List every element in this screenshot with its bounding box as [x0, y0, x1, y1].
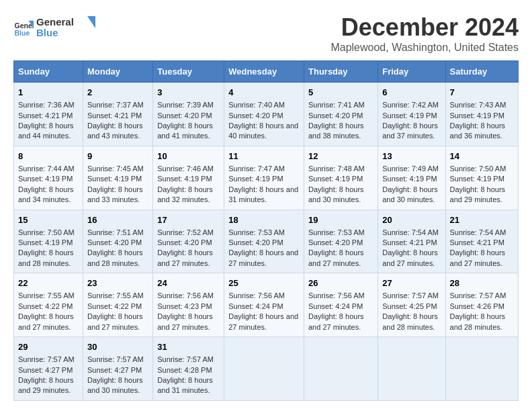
sunrise-text: Sunrise: 7:36 AM	[18, 101, 75, 109]
daylight-text: Daylight: 8 hours and 27 minutes.	[308, 312, 364, 330]
day-number: 31	[157, 341, 220, 353]
calendar-cell-5-6	[378, 337, 445, 401]
sunrise-text: Sunrise: 7:43 AM	[450, 101, 506, 109]
page-subtitle: Maplewood, Washington, United States	[330, 42, 519, 54]
calendar-cell-5-4	[224, 337, 304, 401]
day-number: 10	[157, 150, 220, 163]
sunset-text: Sunset: 4:20 PM	[228, 111, 283, 120]
sunrise-text: Sunrise: 7:41 AM	[308, 101, 365, 109]
calendar-cell-2-2: 9Sunrise: 7:45 AMSunset: 4:19 PMDaylight…	[83, 146, 152, 210]
calendar-cell-3-4: 18Sunrise: 7:53 AMSunset: 4:20 PMDayligh…	[224, 210, 304, 273]
day-number: 27	[382, 277, 441, 289]
calendar-cell-3-7: 21Sunrise: 7:54 AMSunset: 4:21 PMDayligh…	[445, 210, 518, 273]
sunset-text: Sunset: 4:24 PM	[308, 302, 363, 310]
daylight-text: Daylight: 8 hours and 31 minutes.	[157, 376, 213, 394]
calendar-cell-4-7: 28Sunrise: 7:57 AMSunset: 4:26 PMDayligh…	[445, 273, 518, 337]
calendar-cell-5-7	[445, 337, 518, 401]
sunrise-text: Sunrise: 7:37 AM	[87, 101, 144, 109]
daylight-text: Daylight: 8 hours and 30 minutes.	[382, 185, 438, 203]
daylight-text: Daylight: 8 hours and 27 minutes.	[18, 312, 74, 330]
sunset-text: Sunset: 4:19 PM	[308, 175, 363, 183]
daylight-text: Daylight: 8 hours and 41 minutes.	[157, 122, 213, 140]
day-number: 20	[382, 214, 441, 226]
sunrise-text: Sunrise: 7:56 AM	[157, 291, 214, 300]
calendar-cell-3-6: 20Sunrise: 7:54 AMSunset: 4:21 PMDayligh…	[378, 210, 445, 273]
day-number: 23	[87, 277, 148, 289]
sunrise-text: Sunrise: 7:40 AM	[228, 101, 285, 109]
sunrise-text: Sunrise: 7:50 AM	[18, 228, 75, 236]
title-section: December 2024 Maplewood, Washington, Uni…	[330, 13, 519, 54]
sunset-text: Sunset: 4:19 PM	[87, 175, 142, 183]
day-number: 29	[18, 341, 79, 353]
sunset-text: Sunset: 4:19 PM	[228, 175, 283, 183]
calendar-cell-3-1: 15Sunrise: 7:50 AMSunset: 4:19 PMDayligh…	[14, 210, 83, 273]
sunset-text: Sunset: 4:26 PM	[450, 302, 504, 310]
calendar-table: SundayMondayTuesdayWednesdayThursdayFrid…	[13, 60, 519, 401]
svg-text:Blue: Blue	[36, 27, 58, 38]
daylight-text: Daylight: 8 hours and 37 minutes.	[382, 122, 438, 140]
day-number: 26	[308, 277, 373, 289]
calendar-cell-5-1: 29Sunrise: 7:57 AMSunset: 4:27 PMDayligh…	[14, 337, 83, 401]
day-number: 11	[228, 150, 300, 163]
calendar-cell-2-4: 11Sunrise: 7:47 AMSunset: 4:19 PMDayligh…	[224, 146, 304, 210]
daylight-text: Daylight: 8 hours and 28 minutes.	[450, 312, 506, 330]
calendar-cell-3-2: 16Sunrise: 7:51 AMSunset: 4:20 PMDayligh…	[83, 210, 152, 273]
calendar-cell-3-3: 17Sunrise: 7:52 AMSunset: 4:20 PMDayligh…	[153, 210, 224, 273]
day-number: 6	[382, 87, 441, 99]
daylight-text: Daylight: 8 hours and 30 minutes.	[87, 376, 143, 394]
day-number: 22	[18, 277, 79, 289]
day-number: 17	[157, 214, 220, 226]
sunset-text: Sunset: 4:24 PM	[228, 302, 283, 310]
day-number: 3	[157, 87, 220, 99]
sunset-text: Sunset: 4:19 PM	[18, 238, 73, 246]
day-number: 16	[87, 214, 148, 226]
calendar-cell-1-6: 6Sunrise: 7:42 AMSunset: 4:19 PMDaylight…	[378, 83, 445, 146]
week-row-1: 1Sunrise: 7:36 AMSunset: 4:21 PMDaylight…	[14, 83, 519, 146]
sunset-text: Sunset: 4:19 PM	[382, 111, 437, 120]
day-number: 14	[450, 150, 514, 163]
daylight-text: Daylight: 8 hours and 31 minutes.	[228, 185, 298, 203]
sunset-text: Sunset: 4:22 PM	[87, 302, 142, 310]
sunset-text: Sunset: 4:21 PM	[450, 238, 504, 246]
sunset-text: Sunset: 4:27 PM	[18, 366, 73, 374]
daylight-text: Daylight: 8 hours and 27 minutes.	[382, 248, 438, 267]
daylight-text: Daylight: 8 hours and 33 minutes.	[87, 185, 143, 203]
day-number: 5	[308, 87, 373, 99]
daylight-text: Daylight: 8 hours and 27 minutes.	[450, 248, 506, 267]
daylight-text: Daylight: 8 hours and 28 minutes.	[18, 248, 74, 267]
calendar-cell-2-5: 12Sunrise: 7:48 AMSunset: 4:19 PMDayligh…	[304, 146, 378, 210]
svg-marker-5	[87, 16, 95, 28]
sunrise-text: Sunrise: 7:57 AM	[450, 291, 506, 300]
sunrise-text: Sunrise: 7:51 AM	[87, 228, 144, 236]
daylight-text: Daylight: 8 hours and 27 minutes.	[228, 312, 298, 330]
sunrise-text: Sunrise: 7:57 AM	[382, 291, 439, 300]
logo-icon: General Blue	[13, 18, 34, 38]
day-number: 24	[157, 277, 220, 289]
sunrise-text: Sunrise: 7:57 AM	[157, 355, 214, 363]
day-number: 9	[87, 150, 148, 163]
daylight-text: Daylight: 8 hours and 40 minutes.	[228, 122, 298, 140]
day-number: 21	[450, 214, 514, 226]
day-number: 19	[308, 214, 373, 226]
daylight-text: Daylight: 8 hours and 27 minutes.	[157, 312, 213, 330]
daylight-text: Daylight: 8 hours and 32 minutes.	[157, 185, 213, 203]
sunset-text: Sunset: 4:21 PM	[18, 111, 73, 120]
header-sunday: Sunday	[14, 61, 83, 83]
daylight-text: Daylight: 8 hours and 34 minutes.	[18, 185, 74, 203]
day-number: 7	[450, 87, 514, 99]
day-number: 2	[87, 87, 148, 99]
sunrise-text: Sunrise: 7:56 AM	[308, 291, 365, 300]
sunset-text: Sunset: 4:21 PM	[382, 238, 437, 246]
sunrise-text: Sunrise: 7:48 AM	[308, 165, 365, 173]
daylight-text: Daylight: 8 hours and 29 minutes.	[450, 185, 506, 203]
week-row-3: 15Sunrise: 7:50 AMSunset: 4:19 PMDayligh…	[14, 210, 519, 273]
daylight-text: Daylight: 8 hours and 28 minutes.	[87, 248, 143, 267]
sunrise-text: Sunrise: 7:42 AM	[382, 101, 439, 109]
calendar-cell-1-7: 7Sunrise: 7:43 AMSunset: 4:19 PMDaylight…	[445, 83, 518, 146]
sunrise-text: Sunrise: 7:54 AM	[382, 228, 439, 236]
week-row-5: 29Sunrise: 7:57 AMSunset: 4:27 PMDayligh…	[14, 337, 519, 401]
calendar-cell-1-3: 3Sunrise: 7:39 AMSunset: 4:20 PMDaylight…	[153, 83, 224, 146]
header-thursday: Thursday	[304, 61, 378, 83]
calendar-cell-3-5: 19Sunrise: 7:53 AMSunset: 4:20 PMDayligh…	[304, 210, 378, 273]
daylight-text: Daylight: 8 hours and 44 minutes.	[18, 122, 74, 140]
